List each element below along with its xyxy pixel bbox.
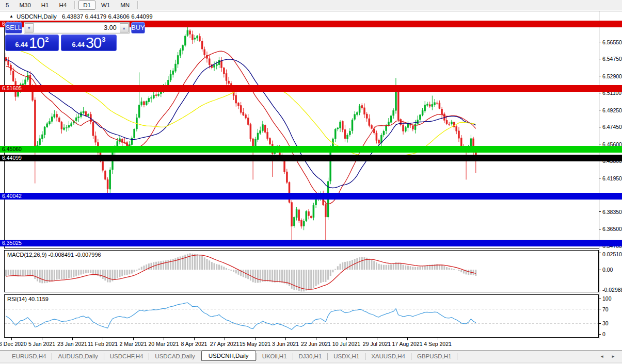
tab-gbpusd-h1[interactable]: GBPUSD,H1 bbox=[411, 352, 457, 361]
candle-body bbox=[376, 133, 377, 141]
candle-body bbox=[221, 61, 222, 68]
candle-body bbox=[378, 140, 380, 143]
macd-histogram-bar bbox=[78, 270, 79, 275]
candle-body bbox=[347, 135, 348, 139]
macd-histogram-bar bbox=[449, 268, 450, 270]
candle-body bbox=[451, 122, 452, 124]
tab-audusd-daily[interactable]: AUDUSD,Daily bbox=[52, 352, 103, 361]
macd-histogram-bar bbox=[277, 270, 278, 282]
candle-body bbox=[340, 122, 341, 128]
macd-histogram-bar bbox=[340, 264, 341, 270]
candle-body bbox=[317, 196, 319, 198]
volume-increase-button[interactable]: ▲ bbox=[120, 23, 129, 32]
candle-body bbox=[114, 146, 116, 152]
candle-body bbox=[51, 117, 53, 121]
candle-body bbox=[44, 127, 45, 135]
macd-histogram-bar bbox=[170, 259, 171, 270]
candle-body bbox=[272, 144, 273, 154]
tab-usdcnh-daily[interactable]: USDCNH,Daily bbox=[201, 351, 256, 361]
macd-histogram-bar bbox=[373, 261, 375, 270]
candle-body bbox=[126, 143, 128, 148]
macd-histogram-bar bbox=[124, 270, 125, 275]
tab-dj30-h1[interactable]: DJ30,H1 bbox=[293, 352, 328, 361]
tab-scroll-right[interactable]: ► bbox=[608, 354, 619, 359]
macd-histogram-bar bbox=[405, 266, 406, 270]
candle-body bbox=[371, 125, 373, 128]
candle-body bbox=[386, 126, 387, 131]
candle-body bbox=[286, 172, 288, 183]
macd-histogram-bar bbox=[126, 270, 128, 275]
buy-button[interactable]: BUY bbox=[131, 22, 146, 34]
candle-body bbox=[209, 59, 210, 65]
sell-price-tile[interactable]: 6.44 10 2 bbox=[5, 35, 59, 51]
volume-input[interactable] bbox=[34, 23, 120, 32]
macd-histogram-bar bbox=[397, 263, 399, 270]
candle-body bbox=[153, 95, 154, 98]
macd-histogram-bar bbox=[334, 269, 336, 270]
macd-histogram-bar bbox=[187, 254, 188, 270]
macd-histogram-bar bbox=[5, 270, 7, 276]
macd-histogram-bar bbox=[199, 255, 200, 270]
macd-histogram-bar bbox=[34, 270, 36, 279]
macd-histogram-bar bbox=[419, 267, 421, 270]
candle-body bbox=[100, 153, 101, 161]
candle-body bbox=[109, 170, 111, 189]
macd-histogram-bar bbox=[323, 270, 324, 282]
candle-body bbox=[429, 105, 430, 106]
chart-tab-bar: EURUSD,H4AUDUSD,DailyUSDCHF,H4USDCAD,Dai… bbox=[0, 351, 622, 362]
volume-decrease-button[interactable]: ▼ bbox=[25, 23, 34, 32]
macd-histogram-bar bbox=[349, 261, 350, 270]
candle-body bbox=[284, 161, 285, 172]
macd-histogram-bar bbox=[446, 267, 448, 270]
macd-histogram-bar bbox=[378, 264, 380, 270]
candle-body bbox=[8, 61, 9, 65]
candle-body bbox=[174, 64, 176, 71]
candle-body bbox=[383, 131, 385, 135]
sell-button[interactable]: SELL bbox=[5, 22, 22, 34]
macd-histogram-bar bbox=[475, 270, 476, 276]
chart-plot-area[interactable] bbox=[0, 0, 622, 364]
candle-body bbox=[170, 74, 171, 80]
tab-scroll-left[interactable]: ◄ bbox=[596, 354, 608, 359]
candle-body bbox=[134, 129, 135, 138]
candle-body bbox=[313, 205, 314, 217]
candle-body bbox=[187, 30, 188, 36]
candle-body bbox=[78, 117, 79, 118]
macd-histogram-bar bbox=[177, 257, 179, 270]
buy-price-tile[interactable]: 6.44 30 3 bbox=[61, 35, 117, 51]
macd-histogram-bar bbox=[114, 270, 116, 280]
tab-eurusd-h4[interactable]: EURUSD,H4 bbox=[6, 352, 52, 361]
macd-histogram-bar bbox=[407, 266, 409, 270]
tab-ukoil-h1[interactable]: UKOil,H1 bbox=[257, 352, 293, 361]
macd-histogram-bar bbox=[359, 257, 360, 270]
tab-xauusd-h4[interactable]: XAUUSD,H4 bbox=[365, 352, 411, 361]
candle-body bbox=[369, 119, 370, 125]
macd-histogram-bar bbox=[456, 270, 457, 270]
macd-histogram-bar bbox=[54, 270, 55, 280]
macd-histogram-bar bbox=[254, 270, 256, 283]
macd-histogram-bar bbox=[439, 264, 440, 270]
macd-histogram-bar bbox=[383, 265, 385, 270]
candle-body bbox=[104, 171, 106, 179]
candle-body bbox=[29, 75, 31, 86]
candle-body bbox=[182, 45, 184, 51]
one-click-trading-panel: SELL ▼ ▲ BUY 6.44 10 2 6.44 30 3 bbox=[5, 22, 117, 51]
macd-histogram-bar bbox=[182, 256, 184, 270]
candle-body bbox=[56, 114, 58, 117]
macd-histogram-bar bbox=[291, 270, 293, 289]
candle-body bbox=[165, 86, 167, 87]
tab-usdx-h1[interactable]: USDX,H1 bbox=[328, 352, 365, 361]
macd-histogram-bar bbox=[66, 270, 67, 279]
candle-body bbox=[298, 210, 300, 221]
macd-histogram-bar bbox=[218, 264, 220, 270]
macd-histogram-bar bbox=[27, 270, 28, 275]
candle-body bbox=[460, 138, 462, 148]
macd-histogram-bar bbox=[267, 270, 268, 282]
macd-histogram-bar bbox=[136, 270, 137, 271]
candle-body bbox=[216, 64, 217, 66]
candle-body bbox=[184, 36, 186, 45]
tab-usdchf-h4[interactable]: USDCHF,H4 bbox=[104, 352, 149, 361]
macd-histogram-bar bbox=[327, 270, 329, 280]
candle-body bbox=[32, 86, 34, 101]
tab-usdcad-daily[interactable]: USDCAD,Daily bbox=[149, 352, 200, 361]
